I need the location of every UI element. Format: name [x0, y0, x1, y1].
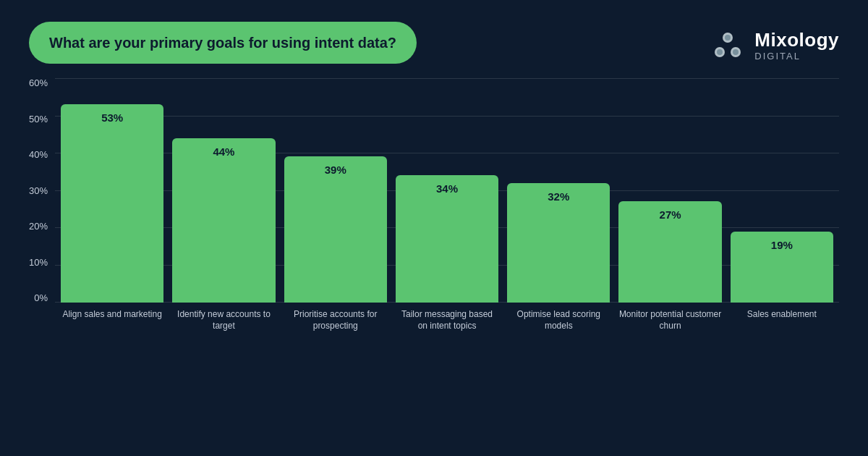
x-axis-label: Sales enablement: [731, 308, 833, 332]
bar-wrapper: 39%: [284, 78, 387, 303]
y-axis-label: 60%: [29, 78, 48, 88]
bar: 27%: [618, 201, 721, 303]
mixology-logo-icon: [710, 28, 746, 64]
logo-text-area: Mixology DIGITAL: [754, 30, 839, 62]
x-axis-label: Align sales and marketing: [61, 308, 163, 332]
bar-percent-label: 39%: [325, 164, 346, 176]
bar: 44%: [172, 138, 275, 303]
bars-row: 53%44%39%34%32%27%19%: [55, 78, 839, 303]
bar-percent-label: 44%: [213, 145, 234, 158]
question-bubble: What are your primary goals for using in…: [29, 22, 417, 64]
bar-wrapper: 19%: [731, 78, 833, 303]
bar-percent-label: 27%: [660, 208, 681, 221]
logo-area: Mixology DIGITAL: [710, 22, 839, 64]
bar-percent-label: 19%: [771, 239, 793, 251]
x-axis-label: Optimise lead scoring models: [507, 308, 610, 332]
bar-wrapper: 32%: [507, 78, 610, 303]
y-axis-label: 20%: [29, 221, 48, 231]
bar: 19%: [731, 232, 833, 303]
bar-percent-label: 34%: [436, 182, 458, 195]
y-axis: 60%50%40%30%20%10%0%: [29, 78, 55, 303]
x-axis-label: Identify new accounts to target: [172, 308, 275, 332]
bar-wrapper: 27%: [618, 78, 721, 303]
bar-wrapper: 53%: [61, 78, 163, 303]
chart-content: 53%44%39%34%32%27%19% Align sales and ma…: [55, 78, 839, 332]
bar: 32%: [507, 183, 610, 303]
bar: 53%: [61, 104, 163, 303]
x-axis-label: Tailor messaging based on intent topics: [396, 308, 498, 332]
y-axis-label: 0%: [34, 293, 48, 303]
bar: 34%: [396, 175, 498, 303]
svg-point-4: [717, 49, 723, 55]
y-axis-label: 30%: [29, 186, 48, 195]
bar-wrapper: 34%: [396, 78, 498, 303]
x-axis-label: Monitor potential customer churn: [618, 308, 721, 332]
svg-point-3: [725, 35, 731, 41]
x-axis-label: Prioritise accounts for prospecting: [284, 308, 387, 332]
question-text: What are your primary goals for using in…: [49, 35, 396, 51]
header-row: What are your primary goals for using in…: [29, 22, 839, 64]
logo-name: Mixology: [754, 30, 839, 51]
logo-subtitle: DIGITAL: [754, 51, 839, 62]
x-labels-row: Align sales and marketingIdentify new ac…: [55, 303, 839, 332]
main-container: What are your primary goals for using in…: [0, 0, 868, 456]
y-axis-label: 40%: [29, 150, 48, 159]
y-axis-label: 10%: [29, 258, 48, 267]
bar-wrapper: 44%: [172, 78, 275, 303]
y-axis-label: 50%: [29, 114, 48, 124]
bar-percent-label: 53%: [101, 111, 123, 124]
svg-point-5: [733, 49, 739, 55]
bar-percent-label: 32%: [548, 190, 569, 203]
bars-and-grid: 53%44%39%34%32%27%19%: [55, 78, 839, 303]
bar: 39%: [284, 156, 387, 303]
chart-area: 60%50%40%30%20%10%0% 53%44%39%34%32%27%1…: [29, 78, 839, 332]
